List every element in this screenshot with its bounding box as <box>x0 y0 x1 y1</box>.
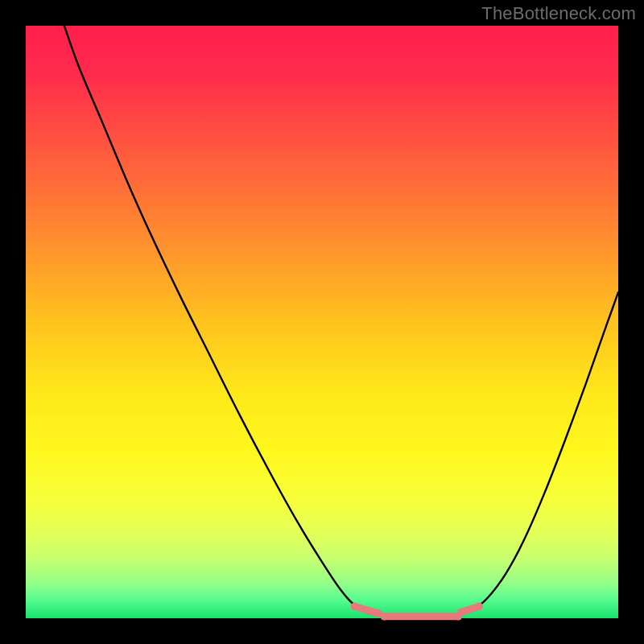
bottleneck-curve <box>26 26 618 618</box>
plot-area <box>26 26 618 618</box>
svg-point-5 <box>381 613 389 621</box>
svg-point-8 <box>457 609 465 617</box>
optimal-range-highlight <box>351 603 483 621</box>
chart-frame: TheBottleneck.com <box>0 0 644 644</box>
watermark-text: TheBottleneck.com <box>481 3 636 24</box>
svg-point-9 <box>475 603 483 611</box>
curve-path <box>64 26 618 617</box>
svg-point-2 <box>351 603 359 611</box>
